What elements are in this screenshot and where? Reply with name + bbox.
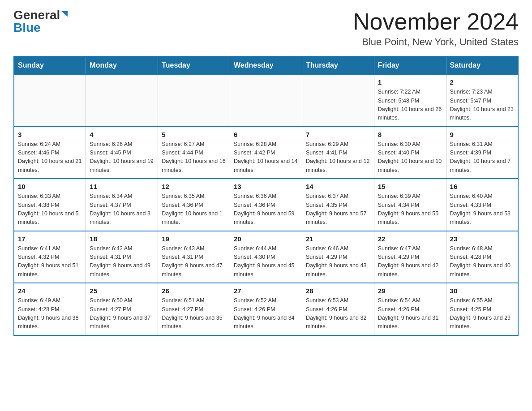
day-number: 18 — [90, 235, 154, 243]
calendar-cell: 14Sunrise: 6:37 AM Sunset: 4:35 PM Dayli… — [302, 179, 374, 231]
calendar-cell: 18Sunrise: 6:42 AM Sunset: 4:31 PM Dayli… — [86, 231, 158, 283]
calendar-cell: 27Sunrise: 6:52 AM Sunset: 4:26 PM Dayli… — [230, 283, 302, 335]
calendar-table: SundayMondayTuesdayWednesdayThursdayFrid… — [13, 56, 519, 336]
day-info: Sunrise: 7:23 AM Sunset: 5:47 PM Dayligh… — [450, 88, 514, 123]
logo-blue-text: Blue — [13, 21, 41, 34]
calendar-cell: 11Sunrise: 6:34 AM Sunset: 4:37 PM Dayli… — [86, 179, 158, 231]
day-info: Sunrise: 6:29 AM Sunset: 4:41 PM Dayligh… — [306, 140, 370, 175]
weekday-header-row: SundayMondayTuesdayWednesdayThursdayFrid… — [14, 56, 518, 74]
weekday-header-friday: Friday — [374, 56, 446, 74]
day-number: 27 — [234, 287, 298, 295]
calendar-cell: 23Sunrise: 6:48 AM Sunset: 4:28 PM Dayli… — [446, 231, 518, 283]
day-number: 9 — [450, 131, 514, 138]
day-number: 17 — [18, 235, 82, 243]
day-info: Sunrise: 6:40 AM Sunset: 4:33 PM Dayligh… — [450, 192, 514, 227]
day-number: 23 — [450, 235, 514, 243]
day-info: Sunrise: 6:34 AM Sunset: 4:37 PM Dayligh… — [90, 192, 154, 227]
day-info: Sunrise: 6:26 AM Sunset: 4:45 PM Dayligh… — [90, 140, 154, 175]
weekday-header-thursday: Thursday — [302, 56, 374, 74]
calendar-cell: 20Sunrise: 6:44 AM Sunset: 4:30 PM Dayli… — [230, 231, 302, 283]
weekday-header-saturday: Saturday — [446, 56, 518, 74]
calendar-cell: 15Sunrise: 6:39 AM Sunset: 4:34 PM Dayli… — [374, 179, 446, 231]
calendar-cell: 2Sunrise: 7:23 AM Sunset: 5:47 PM Daylig… — [446, 74, 518, 127]
day-number: 13 — [234, 183, 298, 190]
day-info: Sunrise: 6:27 AM Sunset: 4:44 PM Dayligh… — [162, 140, 226, 175]
weekday-header-wednesday: Wednesday — [230, 56, 302, 74]
day-info: Sunrise: 6:24 AM Sunset: 4:46 PM Dayligh… — [18, 140, 82, 175]
calendar-cell: 7Sunrise: 6:29 AM Sunset: 4:41 PM Daylig… — [302, 127, 374, 179]
calendar-cell: 25Sunrise: 6:50 AM Sunset: 4:27 PM Dayli… — [86, 283, 158, 335]
calendar-cell: 22Sunrise: 6:47 AM Sunset: 4:29 PM Dayli… — [374, 231, 446, 283]
logo-general-text: General — [13, 9, 60, 21]
day-number: 2 — [450, 78, 514, 86]
calendar-cell: 4Sunrise: 6:26 AM Sunset: 4:45 PM Daylig… — [86, 127, 158, 179]
day-info: Sunrise: 6:51 AM Sunset: 4:27 PM Dayligh… — [162, 296, 226, 331]
day-info: Sunrise: 6:54 AM Sunset: 4:26 PM Dayligh… — [378, 296, 442, 331]
calendar-title: November 2024 — [353, 9, 519, 34]
day-info: Sunrise: 6:41 AM Sunset: 4:32 PM Dayligh… — [18, 244, 82, 279]
day-info: Sunrise: 6:39 AM Sunset: 4:34 PM Dayligh… — [378, 192, 442, 227]
title-block: November 2024 Blue Point, New York, Unit… — [353, 9, 519, 48]
calendar-cell: 13Sunrise: 6:36 AM Sunset: 4:36 PM Dayli… — [230, 179, 302, 231]
day-number: 25 — [90, 287, 154, 295]
calendar-cell — [86, 74, 158, 127]
day-info: Sunrise: 6:42 AM Sunset: 4:31 PM Dayligh… — [90, 244, 154, 279]
day-number: 8 — [378, 131, 442, 138]
day-info: Sunrise: 6:44 AM Sunset: 4:30 PM Dayligh… — [234, 244, 298, 279]
calendar-cell: 29Sunrise: 6:54 AM Sunset: 4:26 PM Dayli… — [374, 283, 446, 335]
day-info: Sunrise: 6:28 AM Sunset: 4:42 PM Dayligh… — [234, 140, 298, 175]
day-number: 26 — [162, 287, 226, 295]
day-number: 10 — [18, 183, 82, 190]
day-info: Sunrise: 6:37 AM Sunset: 4:35 PM Dayligh… — [306, 192, 370, 227]
day-number: 21 — [306, 235, 370, 243]
day-info: Sunrise: 6:55 AM Sunset: 4:25 PM Dayligh… — [450, 296, 514, 331]
calendar-cell — [14, 74, 86, 127]
day-number: 14 — [306, 183, 370, 190]
day-number: 5 — [162, 131, 226, 138]
weekday-header-monday: Monday — [86, 56, 158, 74]
day-info: Sunrise: 6:52 AM Sunset: 4:26 PM Dayligh… — [234, 296, 298, 331]
day-info: Sunrise: 6:36 AM Sunset: 4:36 PM Dayligh… — [234, 192, 298, 227]
day-number: 3 — [18, 131, 82, 138]
calendar-cell: 6Sunrise: 6:28 AM Sunset: 4:42 PM Daylig… — [230, 127, 302, 179]
day-number: 28 — [306, 287, 370, 295]
day-number: 24 — [18, 287, 82, 295]
calendar-cell: 21Sunrise: 6:46 AM Sunset: 4:29 PM Dayli… — [302, 231, 374, 283]
calendar-cell: 26Sunrise: 6:51 AM Sunset: 4:27 PM Dayli… — [158, 283, 230, 335]
day-number: 11 — [90, 183, 154, 190]
day-info: Sunrise: 6:43 AM Sunset: 4:31 PM Dayligh… — [162, 244, 226, 279]
calendar-week-row: 10Sunrise: 6:33 AM Sunset: 4:38 PM Dayli… — [14, 179, 518, 231]
page-header: General Blue November 2024 Blue Point, N… — [13, 9, 519, 48]
calendar-cell: 9Sunrise: 6:31 AM Sunset: 4:39 PM Daylig… — [446, 127, 518, 179]
logo: General Blue — [13, 9, 68, 34]
logo-arrow-icon — [61, 11, 68, 17]
day-number: 12 — [162, 183, 226, 190]
day-info: Sunrise: 6:48 AM Sunset: 4:28 PM Dayligh… — [450, 244, 514, 279]
calendar-week-row: 1Sunrise: 7:22 AM Sunset: 5:48 PM Daylig… — [14, 74, 518, 127]
day-number: 6 — [234, 131, 298, 138]
calendar-cell: 30Sunrise: 6:55 AM Sunset: 4:25 PM Dayli… — [446, 283, 518, 335]
day-number: 16 — [450, 183, 514, 190]
calendar-cell: 3Sunrise: 6:24 AM Sunset: 4:46 PM Daylig… — [14, 127, 86, 179]
calendar-cell: 8Sunrise: 6:30 AM Sunset: 4:40 PM Daylig… — [374, 127, 446, 179]
calendar-cell: 10Sunrise: 6:33 AM Sunset: 4:38 PM Dayli… — [14, 179, 86, 231]
calendar-cell: 1Sunrise: 7:22 AM Sunset: 5:48 PM Daylig… — [374, 74, 446, 127]
calendar-cell: 24Sunrise: 6:49 AM Sunset: 4:28 PM Dayli… — [14, 283, 86, 335]
calendar-cell — [302, 74, 374, 127]
day-number: 4 — [90, 131, 154, 138]
calendar-cell: 28Sunrise: 6:53 AM Sunset: 4:26 PM Dayli… — [302, 283, 374, 335]
day-info: Sunrise: 6:49 AM Sunset: 4:28 PM Dayligh… — [18, 296, 82, 331]
calendar-week-row: 3Sunrise: 6:24 AM Sunset: 4:46 PM Daylig… — [14, 127, 518, 179]
day-number: 19 — [162, 235, 226, 243]
day-number: 1 — [378, 78, 442, 86]
day-info: Sunrise: 6:47 AM Sunset: 4:29 PM Dayligh… — [378, 244, 442, 279]
calendar-cell: 5Sunrise: 6:27 AM Sunset: 4:44 PM Daylig… — [158, 127, 230, 179]
calendar-cell — [230, 74, 302, 127]
day-number: 30 — [450, 287, 514, 295]
day-info: Sunrise: 6:33 AM Sunset: 4:38 PM Dayligh… — [18, 192, 82, 227]
day-info: Sunrise: 6:30 AM Sunset: 4:40 PM Dayligh… — [378, 140, 442, 175]
day-info: Sunrise: 6:31 AM Sunset: 4:39 PM Dayligh… — [450, 140, 514, 175]
calendar-cell: 16Sunrise: 6:40 AM Sunset: 4:33 PM Dayli… — [446, 179, 518, 231]
day-info: Sunrise: 6:50 AM Sunset: 4:27 PM Dayligh… — [90, 296, 154, 331]
day-number: 22 — [378, 235, 442, 243]
